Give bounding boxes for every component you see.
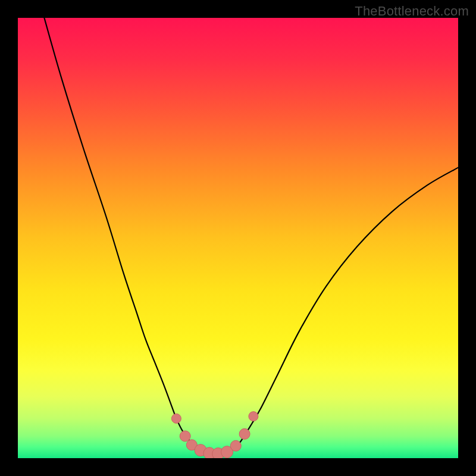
curve-markers (171, 412, 258, 458)
watermark-text: TheBottleneck.com (355, 4, 469, 19)
plot-area (18, 18, 458, 458)
curve-marker (171, 414, 181, 423)
curve-marker (239, 428, 250, 439)
chart-frame: TheBottleneck.com (0, 0, 476, 476)
chart-curves-layer (18, 18, 458, 458)
bottleneck-curve (44, 18, 458, 454)
curve-marker (180, 431, 190, 441)
curve-marker (230, 440, 241, 451)
curve-marker (249, 412, 258, 421)
